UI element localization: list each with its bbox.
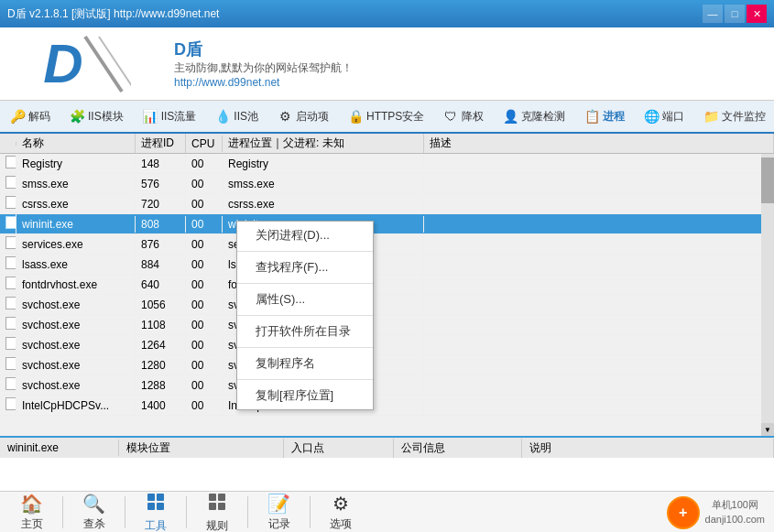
rules-icon-svg [207, 492, 227, 512]
context-menu: 关闭进程(D)... 查找程序(F)... 属性(S)... 打开软件所在目录 … [236, 221, 374, 410]
td-cpu: 00 [186, 277, 223, 293]
td-desc [424, 283, 774, 287]
header: D D盾 主动防御,默默为你的网站保驾护航！ http://www.d99net… [0, 27, 774, 101]
td-checkbox[interactable] [0, 255, 16, 274]
svg-rect-0 [147, 494, 155, 501]
td-desc [424, 243, 774, 246]
table-row[interactable]: svchost.exe 1288 00 sv... [0, 375, 774, 396]
td-checkbox[interactable] [0, 295, 16, 314]
td-checkbox[interactable] [0, 234, 16, 254]
toolbar-jiangquan[interactable]: 🛡 降权 [437, 105, 489, 127]
td-checkbox[interactable] [0, 275, 16, 294]
process-table[interactable]: 名称 进程ID CPU 进程位置｜父进程: 未知 描述 Registry 148… [0, 134, 774, 436]
header-info: D盾 主动防御,默默为你的网站保驾护航！ http://www.d99net.n… [174, 38, 353, 89]
nav-home[interactable]: 🏠 主页 [9, 491, 54, 532]
table-row[interactable]: svchost.exe 1264 00 sv... [0, 335, 774, 355]
context-properties[interactable]: 属性(S)... [237, 286, 373, 313]
nav-options[interactable]: ⚙ 选项 [319, 491, 363, 532]
th-desc: 描述 [424, 134, 774, 153]
scrollbar-thumb[interactable] [761, 157, 774, 203]
table-body[interactable]: Registry 148 00 Registry smss.exe 576 00… [0, 154, 774, 436]
close-button[interactable]: ✕ [747, 5, 767, 23]
detail-header: wininit.exe 模块位置 入口点 公司信息 说明 [0, 438, 774, 458]
td-path: Registry [223, 156, 424, 172]
window-controls: — □ ✕ [703, 5, 767, 23]
table-row[interactable]: fontdrvhost.exe 640 00 fo... [0, 275, 774, 295]
tools-icon-svg [146, 492, 166, 512]
table-row[interactable]: services.exe 876 00 se... [0, 234, 774, 255]
td-checkbox[interactable] [0, 355, 16, 375]
table-row[interactable]: Registry 148 00 Registry [0, 154, 774, 174]
toolbar-clone-detect[interactable]: 👤 克隆检测 [496, 105, 571, 127]
th-pid: 进程ID [136, 134, 186, 153]
iis-pool-icon: 💧 [214, 108, 231, 125]
table-row[interactable]: svchost.exe 1108 00 sv... [0, 315, 774, 335]
td-name: lsass.exe [16, 256, 136, 273]
td-checkbox[interactable] [0, 335, 16, 354]
scrollbar[interactable]: ▼ [761, 154, 774, 436]
td-checkbox[interactable] [0, 396, 16, 415]
td-pid: 876 [136, 236, 186, 253]
td-checkbox[interactable] [0, 214, 16, 233]
options-label: 选项 [330, 516, 352, 532]
td-checkbox[interactable] [0, 174, 16, 193]
context-copy-path[interactable]: 复制[程序位置] [237, 382, 373, 409]
nav-scan[interactable]: 🔍 查杀 [71, 491, 116, 532]
table-row-selected[interactable]: wininit.exe 808 00 wininit.exe [0, 214, 774, 234]
process-label: 进程 [603, 109, 625, 125]
watermark-text: 单机100网 danji100.com [705, 498, 765, 527]
watermark-site: 单机100网 [705, 498, 765, 512]
td-checkbox[interactable] [0, 194, 16, 213]
toolbar-iis-traffic[interactable]: 📊 IIS流量 [136, 105, 202, 127]
table-row[interactable]: svchost.exe 1280 00 sv... [0, 355, 774, 375]
maximize-button[interactable]: □ [725, 5, 745, 23]
process-icon: 📋 [583, 108, 600, 125]
context-open-dir[interactable]: 打开软件所在目录 [237, 318, 373, 345]
nav-sep3 [186, 496, 187, 528]
toolbar-iis-pool[interactable]: 💧 IIS池 [209, 105, 264, 127]
table-row[interactable]: svchost.exe 1056 00 sv... [0, 295, 774, 315]
https-icon: 🔒 [347, 108, 364, 125]
scan-label: 查杀 [83, 516, 105, 532]
nav-rules[interactable]: 规则 [195, 490, 239, 533]
options-icon: ⚙ [332, 493, 349, 515]
detail-th-module: 模块位置 [119, 439, 284, 458]
table-row[interactable]: lsass.exe 884 00 ls... [0, 255, 774, 275]
toolbar-file-monitor[interactable]: 📁 文件监控 [697, 105, 771, 127]
toolbar-jiema[interactable]: 🔑 解码 [4, 105, 56, 127]
td-name: svchost.exe [16, 317, 136, 333]
scan-icon: 🔍 [82, 493, 105, 515]
td-checkbox[interactable] [0, 375, 16, 395]
table-row[interactable]: smss.exe 576 00 smss.exe [0, 174, 774, 194]
home-icon: 🏠 [20, 493, 43, 515]
td-desc [424, 162, 774, 166]
td-checkbox[interactable] [0, 315, 16, 334]
td-checkbox[interactable] [0, 154, 16, 173]
toolbar-https[interactable]: 🔒 HTTPS安全 [342, 105, 430, 127]
td-desc [424, 223, 774, 226]
iis-traffic-label: IIS流量 [161, 109, 197, 125]
toolbar-port[interactable]: 🌐 端口 [638, 105, 690, 127]
td-desc [424, 343, 774, 347]
toolbar-process[interactable]: 📋 进程 [578, 105, 630, 127]
nav-tools[interactable]: 工具 [134, 490, 178, 533]
context-copy-name[interactable]: 复制程序名 [237, 350, 373, 377]
toolbar: 🔑 解码 🧩 IIS模块 📊 IIS流量 💧 IIS池 ⚙ 启动项 🔒 HTTP… [0, 101, 774, 134]
table-row[interactable]: IntelCpHDCPSv... 1400 00 IntelCpHDCPSvc.… [0, 396, 774, 416]
td-pid: 1288 [136, 377, 186, 394]
nav-logs[interactable]: 📝 记录 [256, 491, 301, 532]
td-cpu: 00 [186, 377, 223, 394]
table-row[interactable]: csrss.exe 720 00 csrss.exe [0, 194, 774, 214]
context-close-process[interactable]: 关闭进程(D)... [237, 222, 373, 249]
td-name: svchost.exe [16, 377, 136, 394]
toolbar-startup[interactable]: ⚙ 启动项 [271, 105, 334, 127]
startup-label: 启动项 [296, 109, 329, 125]
scroll-down-btn[interactable]: ▼ [761, 423, 774, 436]
toolbar-iis-module[interactable]: 🧩 IIS模块 [63, 105, 129, 127]
svg-rect-2 [147, 503, 155, 510]
context-find-process[interactable]: 查找程序(F)... [237, 254, 373, 281]
main-content: 名称 进程ID CPU 进程位置｜父进程: 未知 描述 Registry 148… [0, 134, 774, 436]
td-pid: 640 [136, 277, 186, 293]
minimize-button[interactable]: — [703, 5, 723, 23]
tools-icon [146, 492, 166, 516]
